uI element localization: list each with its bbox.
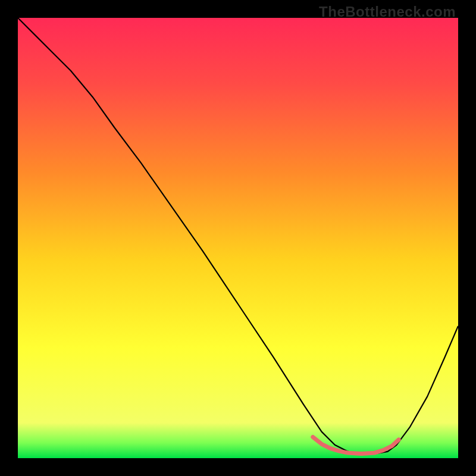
chart-svg — [18, 18, 458, 458]
chart-background — [18, 18, 458, 458]
chart-frame — [18, 18, 458, 458]
